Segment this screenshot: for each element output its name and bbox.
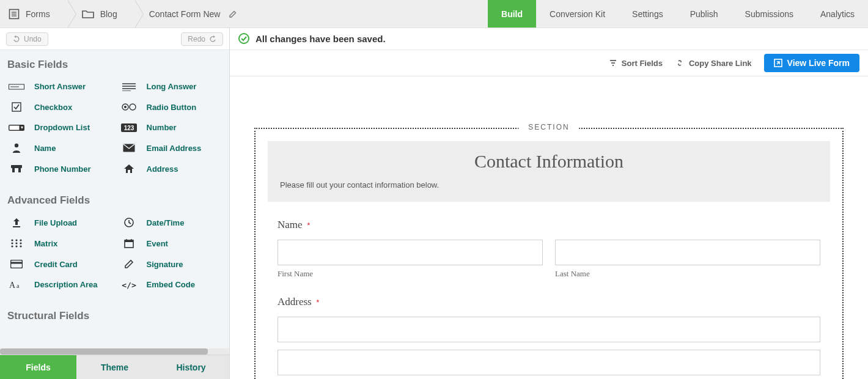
svg-rect-22 xyxy=(18,168,21,172)
number-icon: 123 xyxy=(119,123,139,132)
field-datetime[interactable]: Date/Time xyxy=(115,216,227,229)
side-tab-history[interactable]: History xyxy=(153,355,229,379)
field-label: Signature xyxy=(147,260,183,269)
matrix-icon xyxy=(6,239,27,248)
field-label: Credit Card xyxy=(34,260,78,269)
copy-share-button[interactable]: Copy Share Link xyxy=(675,59,752,68)
svg-point-31 xyxy=(11,245,13,247)
main-tabs: Build Conversion Kit Settings Publish Su… xyxy=(488,0,868,28)
svg-point-28 xyxy=(11,242,13,244)
view-live-form-button[interactable]: View Live Form xyxy=(764,54,859,72)
tab-submissions[interactable]: Submissions xyxy=(732,0,807,28)
field-email[interactable]: Email Address xyxy=(115,142,227,154)
crumb-form-name-label: Contact Form New xyxy=(149,9,221,19)
svg-text:A: A xyxy=(9,281,16,289)
undo-button[interactable]: Undo xyxy=(6,32,48,46)
long-answer-icon xyxy=(119,83,139,91)
field-dropdown[interactable]: Dropdown List xyxy=(2,122,115,133)
first-name-input[interactable] xyxy=(278,240,543,265)
section-description: Please fill out your contact information… xyxy=(280,180,818,190)
h-scrollbar[interactable] xyxy=(0,348,229,355)
sidebar: Undo Redo Basic Fields Short Answer xyxy=(0,28,230,379)
crumb-forms[interactable]: Forms xyxy=(0,0,67,28)
form-canvas[interactable]: SECTION Contact Information Please fill … xyxy=(230,76,868,379)
sort-fields-button[interactable]: Sort Fields xyxy=(609,59,663,68)
svg-text:a: a xyxy=(17,282,20,289)
address-label: Address xyxy=(278,296,312,307)
field-checkbox[interactable]: Checkbox xyxy=(2,101,115,113)
crumb-blog[interactable]: Blog xyxy=(67,0,134,28)
svg-rect-10 xyxy=(12,103,21,111)
field-label: Number xyxy=(147,123,177,132)
field-radio[interactable]: Radio Button xyxy=(115,101,227,113)
field-long-answer[interactable]: Long Answer xyxy=(115,81,227,92)
undo-redo-row: Undo Redo xyxy=(0,28,229,50)
tab-build[interactable]: Build xyxy=(488,0,536,28)
group-advanced-fields: Advanced Fields xyxy=(0,186,229,213)
edit-name-icon[interactable] xyxy=(229,10,237,18)
canvas-toolbar: Sort Fields Copy Share Link View Live Fo… xyxy=(230,50,868,76)
tab-conversion-kit[interactable]: Conversion Kit xyxy=(536,0,619,28)
field-label: Radio Button xyxy=(147,103,197,112)
form-field-address[interactable]: Address * xyxy=(256,279,842,375)
field-label: Event xyxy=(147,239,168,248)
tab-publish[interactable]: Publish xyxy=(677,0,732,28)
svg-rect-35 xyxy=(125,240,133,242)
field-label: Dropdown List xyxy=(34,123,90,132)
field-description-area[interactable]: Aa Description Area xyxy=(2,279,115,290)
field-event[interactable]: Event xyxy=(115,237,227,249)
svg-text:</>: </> xyxy=(122,281,136,289)
crumb-form-name[interactable]: Contact Form New xyxy=(134,0,245,28)
section-divider-label: SECTION xyxy=(518,123,579,131)
crumb-blog-label: Blog xyxy=(100,9,117,19)
field-label: Short Answer xyxy=(34,82,86,91)
field-palette-scroll[interactable]: Basic Fields Short Answer Long Answer xyxy=(0,50,229,348)
main-pane: All changes have been saved. Sort Fields… xyxy=(230,28,868,379)
side-tab-theme[interactable]: Theme xyxy=(76,355,153,379)
field-name[interactable]: Name xyxy=(2,142,115,154)
tab-settings[interactable]: Settings xyxy=(619,0,677,28)
field-file-upload[interactable]: File Upload xyxy=(2,216,115,229)
required-indicator: * xyxy=(307,221,310,230)
form-field-name[interactable]: Name * First Name Last Name xyxy=(256,202,842,279)
field-label: Name xyxy=(34,144,56,153)
required-indicator: * xyxy=(316,298,319,307)
form-section[interactable]: SECTION Contact Information Please fill … xyxy=(254,128,844,379)
svg-rect-39 xyxy=(11,262,23,264)
code-icon: </> xyxy=(119,281,139,289)
field-label: Description Area xyxy=(34,280,98,289)
field-label: Matrix xyxy=(34,239,57,248)
view-live-label: View Live Form xyxy=(787,58,850,68)
undo-label: Undo xyxy=(24,35,42,43)
folder-icon xyxy=(82,9,94,19)
side-tab-fields[interactable]: Fields xyxy=(0,355,76,379)
tab-analytics[interactable]: Analytics xyxy=(807,0,868,28)
topbar: Forms Blog Contact Form New Build Conver… xyxy=(0,0,868,28)
h-scrollbar-thumb[interactable] xyxy=(0,348,208,355)
svg-point-25 xyxy=(11,239,13,241)
field-number[interactable]: 123 Number xyxy=(115,122,227,133)
field-signature[interactable]: Signature xyxy=(115,258,227,270)
last-name-input[interactable] xyxy=(555,240,820,265)
save-status-text: All changes have been saved. xyxy=(256,34,386,44)
field-credit-card[interactable]: Credit Card xyxy=(2,258,115,270)
radio-icon xyxy=(119,103,139,111)
svg-point-13 xyxy=(130,104,136,110)
address-line1-input[interactable] xyxy=(278,317,820,342)
svg-point-33 xyxy=(20,245,21,247)
field-address[interactable]: Address xyxy=(115,163,227,175)
undo-icon xyxy=(13,35,20,43)
section-header[interactable]: Contact Information Please fill out your… xyxy=(268,141,830,202)
svg-rect-23 xyxy=(13,226,20,227)
field-embed-code[interactable]: </> Embed Code xyxy=(115,279,227,290)
field-short-answer[interactable]: Short Answer xyxy=(2,81,115,92)
field-label: Address xyxy=(147,164,178,174)
address-line2-input[interactable] xyxy=(278,350,820,375)
field-phone[interactable]: Phone Number xyxy=(2,163,115,175)
sort-icon xyxy=(609,59,617,67)
clock-icon xyxy=(119,218,139,227)
field-matrix[interactable]: Matrix xyxy=(2,237,115,249)
calendar-icon xyxy=(119,238,139,248)
redo-button[interactable]: Redo xyxy=(181,32,223,46)
check-circle-icon xyxy=(238,33,249,44)
